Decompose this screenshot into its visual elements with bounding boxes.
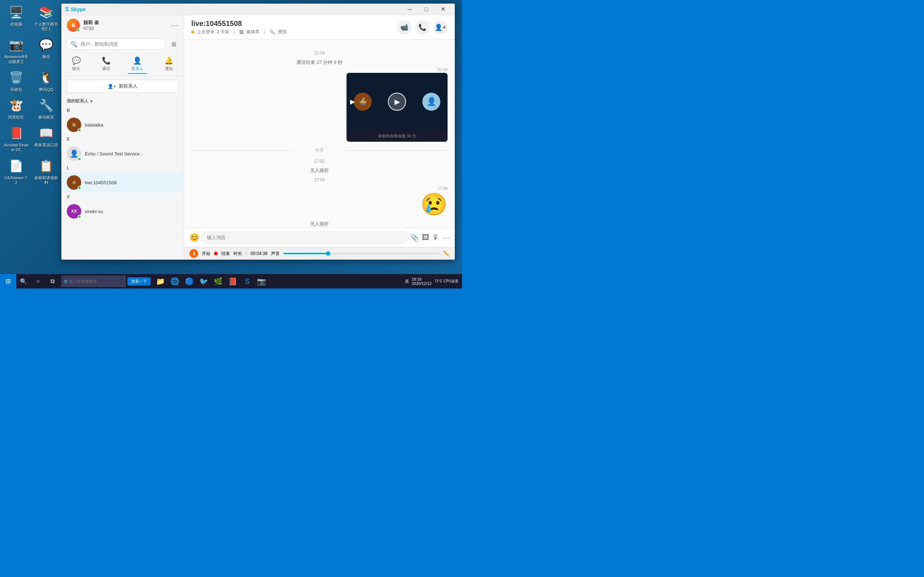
taskbar-search-input[interactable] <box>69 279 123 284</box>
taskbar-search-submit-button[interactable]: 搜索一下 <box>128 277 150 285</box>
chat-tab-icon: 💬 <box>72 56 81 65</box>
taskbar-bird-button[interactable]: 🐦 <box>197 274 211 288</box>
recording-timestamp: 21:04 <box>347 68 447 72</box>
taskbar-cortana-button[interactable]: ○ <box>31 274 45 288</box>
expand-contacts-icon: ▾ <box>90 99 92 104</box>
xinshi-name: xinshi xu <box>85 209 178 214</box>
sidebar-header: 崔 丽莉 崔 NT$0 ⋯ <box>61 15 184 35</box>
chat-tab-label: 聊天 <box>72 66 80 71</box>
live-info: live:104551508 <box>85 180 178 185</box>
message-input[interactable] <box>201 232 408 243</box>
section-x-letter: X <box>67 194 69 200</box>
recording-stop-label: 结束 <box>221 251 230 257</box>
window-titlebar: S Skype ─ □ ✕ <box>61 3 455 15</box>
desktop-icon-business-en[interactable]: 📖 商务英语口语 <box>32 122 61 154</box>
more-options-button[interactable]: ⋯ <box>171 21 178 29</box>
input-actions: 📎 🖼 🎙 ⋯ <box>410 233 449 242</box>
add-person-button[interactable]: 👤+ <box>433 20 447 35</box>
desktop-icon-computer[interactable]: 🖥️ 此电脑 <box>2 2 31 33</box>
taskbar-right: 英 18:16 2020/12/12 71°C CPU温度 <box>405 277 462 285</box>
microphone-button[interactable]: 🎙 <box>432 233 439 242</box>
contact-item-live[interactable]: 🍲 live:104551508 <box>61 172 184 193</box>
search-input[interactable] <box>81 42 162 47</box>
business-en-label: 商务英语口语 <box>34 143 58 148</box>
search-input-container: 🔍 <box>66 39 166 50</box>
desktop-icon-recycle[interactable]: 🗑️ 回收站 <box>2 67 31 94</box>
taskbar-search-box[interactable]: e <box>61 276 126 287</box>
subtitle-dot <box>191 31 194 34</box>
new-contact-button[interactable]: 👤+ 新联系人 <box>67 80 178 93</box>
taskbar-edge-button[interactable]: 🌐 <box>168 274 182 288</box>
desktop-icon-library[interactable]: 📚 个人数字图书馆2.1 <box>32 2 61 33</box>
search-text-icon: 🔍 <box>270 29 275 35</box>
taskbar-skype-button[interactable]: S <box>240 274 254 288</box>
taskbar-app5-button[interactable]: 🌿 <box>211 274 226 288</box>
minimize-button[interactable]: ─ <box>401 3 418 15</box>
taskbar-explorer-button[interactable]: 📁 <box>153 274 168 288</box>
grid-view-button[interactable]: ⊞ <box>168 38 179 50</box>
desktop-icon-holiday[interactable]: 📋 崔丽莉请假材料 <box>32 155 61 187</box>
recording-play-button[interactable]: ▶ <box>388 93 406 111</box>
section-x-header: X <box>61 193 184 201</box>
tab-contacts[interactable]: 👤 联系人 <box>128 55 147 74</box>
user-profile: 崔 丽莉 崔 NT$0 <box>67 19 99 32</box>
desktop-icon-wechat[interactable]: 💬 微信 <box>32 34 61 66</box>
taskbar-acrobat-taskbar-button[interactable]: 📕 <box>226 274 240 288</box>
video-call-button[interactable]: 📹 <box>397 20 412 35</box>
recording-pencil-icon: ✏️ <box>443 251 449 256</box>
no-answer-1702: 无人接听 <box>191 167 447 174</box>
message-time-2104: 21:04 <box>191 50 447 56</box>
aliwangwang-label: 阿里旺旺 <box>8 115 24 120</box>
desktop-icon-aliwangwang[interactable]: 🐮 阿里旺旺 <box>2 95 31 121</box>
contact-item-xinshi[interactable]: XX xinshi xu <box>61 201 184 221</box>
desktop-icon-cajviewer[interactable]: 📄 CAJViewer 7.2 <box>2 155 31 187</box>
close-button[interactable]: ✕ <box>435 3 451 15</box>
tab-notifications[interactable]: 🔔 通知 <box>161 55 177 74</box>
computer-label: 此电脑 <box>10 22 23 27</box>
desktop-icon-qq[interactable]: 🐧 腾讯QQ <box>32 67 61 94</box>
library-label: 个人数字图书馆2.1 <box>34 22 59 31</box>
taskbar-date: 2020/12/12 <box>412 281 432 285</box>
emoji-time: 17:04 <box>420 186 447 190</box>
taskbar: ⊞ 🔍 ○ ⧉ e 搜索一下 📁 🌐 🔵 🐦 🌿 📕 S 📷 英 <box>0 274 462 288</box>
audio-call-button[interactable]: 📞 <box>415 20 430 35</box>
image-button[interactable]: 🖼 <box>422 233 429 242</box>
recording-avatars: 🍲 ▶ 👤 <box>347 93 447 111</box>
calls-tab-label: 通话 <box>102 66 110 71</box>
taskbar-clock: 18:16 2020/12/12 <box>412 277 432 285</box>
maximize-button[interactable]: □ <box>418 3 435 15</box>
day-separator: 今天 <box>191 147 447 153</box>
emoji-picker-button[interactable]: 😊 <box>189 233 199 242</box>
cajviewer-label: CAJViewer 7.2 <box>3 176 29 185</box>
file-attach-button[interactable]: 📎 <box>410 233 419 242</box>
tab-chat[interactable]: 💬 聊天 <box>68 55 84 74</box>
recycle-icon: 🗑️ <box>8 69 25 86</box>
balalaika-avatar-container: 🥘 <box>67 118 81 132</box>
contact-item-balalaika[interactable]: 🥘 balalaika <box>61 115 184 135</box>
forward-message-button[interactable]: ▶ <box>350 98 355 106</box>
taskbar-search-button[interactable]: 🔍 <box>16 274 31 288</box>
separator-2: ｜ <box>262 29 267 35</box>
start-button[interactable]: ⊞ <box>0 274 16 288</box>
taskbar-camera-button[interactable]: 📷 <box>254 274 269 288</box>
chat-input-area: 😊 📎 🖼 🎙 ⋯ <box>184 227 455 247</box>
recording-pause-button[interactable]: ⏸ <box>189 249 198 258</box>
desktop-icon-apowersoft[interactable]: 📷 Apowersoft专业截屏王 <box>2 34 31 66</box>
live-name: live:104551508 <box>85 180 178 185</box>
contact-item-echo[interactable]: 👤 Echo / Sound Test Service . <box>61 143 184 164</box>
recording-card-content: ▶ 🍲 ▶ 👤 录制内容将保留 30 天 <box>347 73 447 142</box>
desktop-icon-acrobat[interactable]: 📕 Acrobat Reader DC <box>2 122 31 154</box>
taskbar-chrome-button[interactable]: 🔵 <box>182 274 197 288</box>
chat-messages: 21:04 通话结束 27 分钟 9 秒 21:04 <box>184 40 455 227</box>
contacts-list: 我的联系人 ▾ B 🥘 balalaika <box>61 96 184 259</box>
tab-calls[interactable]: 📞 通话 <box>98 55 115 74</box>
nav-tabs: 💬 聊天 📞 通话 👤 联系人 🔔 通知 <box>61 53 184 76</box>
taskbar-task-view-button[interactable]: ⧉ <box>45 274 60 288</box>
acrobat-icon: 📕 <box>8 124 25 142</box>
desktop-icon-driver[interactable]: 🔧 驱动精灵 <box>32 95 61 121</box>
volume-progress-bar[interactable] <box>283 253 439 254</box>
recording-avatar-left: 🍲 <box>354 93 372 111</box>
more-input-options-button[interactable]: ⋯ <box>442 233 449 242</box>
section-e-letter: E <box>67 137 69 142</box>
desktop: 🖥️ 此电脑 📚 个人数字图书馆2.1 📷 Apowersoft专业截屏王 💬 … <box>0 0 462 288</box>
